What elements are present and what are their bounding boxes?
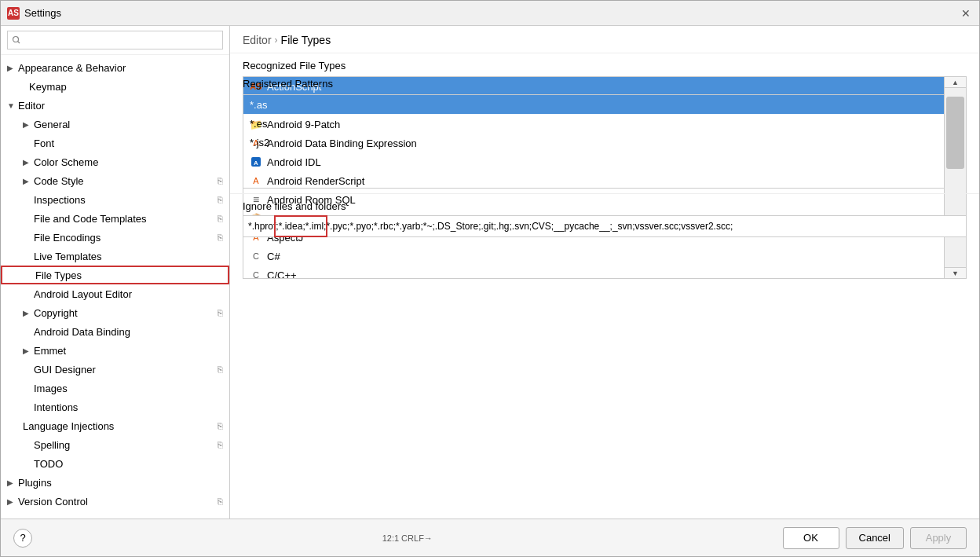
sidebar-item-label: Spelling xyxy=(34,439,70,451)
arrow-icon: ▶ xyxy=(23,177,34,185)
position-text: 12:1 CRLF→ xyxy=(382,533,433,543)
breadcrumb-current: File Types xyxy=(281,34,331,46)
list-item-label: *.as xyxy=(250,99,267,111)
sidebar-item-label: Images xyxy=(34,383,68,394)
arrow-icon: ▶ xyxy=(23,309,34,317)
sidebar-item-label: File and Code Templates xyxy=(34,213,147,225)
arrow-icon: ▶ xyxy=(7,64,18,72)
apply-button[interactable]: Apply xyxy=(910,527,967,549)
scroll-down-btn[interactable]: ▼ xyxy=(945,267,966,278)
sidebar-item-keymap[interactable]: Keymap xyxy=(1,77,229,96)
content-body: Recognized File Types AS ActionScript A xyxy=(230,53,979,519)
title-bar: AS Settings ✕ xyxy=(1,1,979,26)
ignore-input[interactable] xyxy=(243,215,967,237)
sidebar-item-editor[interactable]: ▼ Editor xyxy=(1,96,229,115)
arrow-icon: ▶ xyxy=(23,346,34,355)
main-content: Editor › File Types Recognized File Type… xyxy=(230,26,979,519)
copy-icon: ⎘ xyxy=(218,365,223,374)
sidebar-item-images[interactable]: Images xyxy=(1,379,229,398)
dialog-title: Settings xyxy=(24,7,61,19)
settings-dialog: AS Settings ✕ ▶ Appearance & Behavior Ke… xyxy=(0,0,980,557)
sidebar-item-language-injections[interactable]: Language Injections ⎘ xyxy=(1,416,229,435)
close-button[interactable]: ✕ xyxy=(959,6,973,20)
sidebar-item-file-and-code-templates[interactable]: File and Code Templates ⎘ xyxy=(1,209,229,228)
sidebar-item-todo[interactable]: TODO xyxy=(1,454,229,473)
recognized-file-types-label: Recognized File Types xyxy=(243,60,967,71)
sidebar-item-label: File Types xyxy=(35,269,82,281)
copy-icon: ⎘ xyxy=(218,440,223,449)
sidebar-item-label: Font xyxy=(34,137,54,149)
sidebar-item-label: Live Templates xyxy=(34,251,101,262)
sidebar-item-color-scheme[interactable]: ▶ Color Scheme xyxy=(1,152,229,171)
dialog-body: ▶ Appearance & Behavior Keymap ▼ Editor … xyxy=(1,26,979,519)
help-button[interactable]: ? xyxy=(13,529,32,548)
sidebar-item-android-data-binding[interactable]: Android Data Binding xyxy=(1,322,229,341)
sidebar-item-inspections[interactable]: Inspections ⎘ xyxy=(1,190,229,209)
sidebar-item-version-control[interactable]: ▶ Version Control ⎘ xyxy=(1,492,229,511)
copy-icon: ⎘ xyxy=(218,195,223,204)
sidebar-item-label: File Encodings xyxy=(34,232,101,244)
sidebar-item-label: Emmet xyxy=(34,345,66,357)
app-icon: AS xyxy=(7,7,20,20)
arrow-spacer xyxy=(18,82,29,91)
list-item[interactable]: *.js2 xyxy=(243,133,944,152)
list-item-label: *.es xyxy=(250,118,267,130)
file-type-icon: C xyxy=(250,269,262,278)
copy-icon: ⎘ xyxy=(218,308,223,317)
list-item-label: C# xyxy=(267,251,280,262)
sidebar-item-label: Inspections xyxy=(34,194,86,206)
sidebar-item-label: Code Style xyxy=(34,175,84,187)
list-item[interactable]: *.as xyxy=(243,95,944,114)
sidebar-item-label: Intentions xyxy=(34,401,78,413)
sidebar-item-spelling[interactable]: Spelling ⎘ xyxy=(1,435,229,454)
sidebar-item-label: GUI Designer xyxy=(34,364,96,376)
registered-patterns-label: Registered Patterns xyxy=(243,78,967,90)
sidebar-item-plugins[interactable]: ▶ Plugins xyxy=(1,473,229,492)
copy-icon: ⎘ xyxy=(218,176,223,185)
search-box xyxy=(1,26,229,55)
sidebar-item-label: TODO xyxy=(34,458,63,470)
sidebar-item-label: Color Scheme xyxy=(34,156,98,168)
ignore-section: Ignore files and folders xyxy=(230,193,979,244)
ignore-input-wrapper xyxy=(243,215,967,237)
file-type-icon: C xyxy=(250,250,262,262)
arrow-icon: ▼ xyxy=(7,101,18,110)
sidebar-item-label: General xyxy=(34,119,70,130)
copy-icon: ⎘ xyxy=(218,421,223,431)
sidebar-item-copyright[interactable]: ▶ Copyright ⎘ xyxy=(1,303,229,322)
sidebar-item-gui-designer[interactable]: GUI Designer ⎘ xyxy=(1,360,229,379)
sidebar-item-code-style[interactable]: ▶ Code Style ⎘ xyxy=(1,171,229,190)
arrow-icon: ▶ xyxy=(23,158,34,167)
sidebar-item-general[interactable]: ▶ General xyxy=(1,115,229,134)
breadcrumb-separator: › xyxy=(275,35,278,46)
search-input[interactable] xyxy=(7,31,223,49)
sidebar-item-label: Version Control xyxy=(18,496,88,508)
list-item-label: *.js2 xyxy=(250,137,269,148)
scrollbar-thumb xyxy=(946,97,964,168)
scrollbar-track xyxy=(945,88,966,267)
copy-icon: ⎘ xyxy=(218,214,223,223)
sidebar-item-file-types[interactable]: File Types xyxy=(1,266,229,284)
list-item[interactable]: *.es xyxy=(243,114,944,133)
copy-icon: ⎘ xyxy=(218,497,223,506)
patterns-list[interactable]: *.as *.es *.js2 xyxy=(243,95,944,188)
sidebar-item-appearance[interactable]: ▶ Appearance & Behavior xyxy=(1,58,229,77)
sidebar-item-intentions[interactable]: Intentions xyxy=(1,398,229,416)
sidebar-item-emmet[interactable]: ▶ Emmet xyxy=(1,341,229,360)
sidebar-item-font[interactable]: Font xyxy=(1,134,229,152)
cancel-button[interactable]: Cancel xyxy=(846,527,904,549)
sidebar-item-label: Android Data Binding xyxy=(34,326,130,338)
sidebar-item-live-templates[interactable]: Live Templates xyxy=(1,247,229,266)
ok-button[interactable]: OK xyxy=(783,527,839,549)
sidebar-item-label: Editor xyxy=(18,100,45,112)
dialog-footer: ? 12:1 CRLF→ OK Cancel Apply xyxy=(1,519,979,556)
arrow-icon: ▶ xyxy=(7,497,18,506)
copy-icon: ⎘ xyxy=(218,233,223,242)
list-item[interactable]: C C/C++ xyxy=(243,266,944,278)
sidebar-item-android-layout-editor[interactable]: Android Layout Editor xyxy=(1,284,229,303)
list-item[interactable]: C C# xyxy=(243,247,944,266)
ignore-label: Ignore files and folders xyxy=(243,200,967,212)
sidebar-item-file-encodings[interactable]: File Encodings ⎘ xyxy=(1,228,229,247)
nav-tree: ▶ Appearance & Behavior Keymap ▼ Editor … xyxy=(1,55,229,519)
content-header: Editor › File Types xyxy=(230,26,979,53)
